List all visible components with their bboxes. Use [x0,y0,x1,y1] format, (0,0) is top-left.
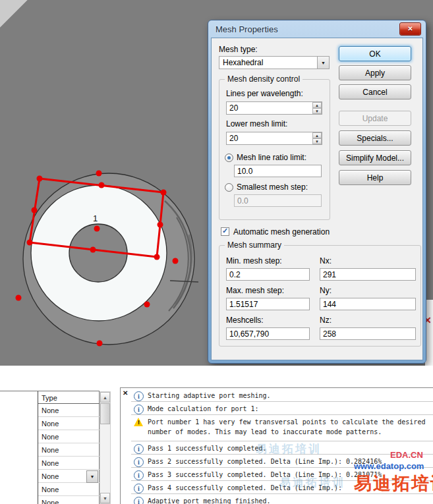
message-text: Port number 1 has very few transversal p… [148,417,425,437]
dialog-titlebar[interactable]: Mesh Properties ✕ [208,20,426,38]
message-text: Mode calculation for port 1: [148,404,259,414]
ny-label: Ny: [320,286,332,295]
meshcells-label: Meshcells: [226,316,264,325]
dropdown-glyph: ▼ [321,61,326,65]
smallest-mesh-step-radio[interactable] [225,183,233,192]
log-message: i Mode calculation for port 1: [131,402,433,415]
min-mesh-step-label: Min. mesh step: [226,256,282,266]
auto-mesh-checkbox[interactable]: ✓ [221,227,229,236]
scrollbar-thumb[interactable] [100,403,110,424]
min-mesh-step-value [226,268,310,281]
message-text: Pass 3 successfully completed. Delta (Li… [148,470,382,480]
message-text: Starting adaptive port meshing. [148,391,271,401]
simplify-model-button[interactable]: Simplify Model... [339,150,411,165]
cancel-button[interactable]: Cancel [339,84,411,99]
table-row-active[interactable]: None ▼ [38,470,100,483]
dialog-title: Mesh Properties [216,24,278,34]
log-message-warning: ! Port number 1 has very few transversal… [131,415,433,441]
dropdown-glyph: ▼ [90,474,95,479]
message-text: Pass 1 successfully completed. [148,443,267,453]
lines-per-wavelength-input[interactable] [226,101,322,115]
message-text: Adaptive port meshing finished. [148,496,271,504]
table-cell-value: None [42,472,59,480]
spin-down-icon: ▼ [315,140,319,144]
log-message: i Adaptive port meshing finished. [131,494,433,504]
info-icon: i [134,470,144,480]
spin-down-button[interactable]: ▼ [312,138,322,144]
lines-per-wavelength-label: Lines per wavelength: [226,89,303,98]
table-row[interactable]: None [38,430,100,443]
chevron-down-icon[interactable]: ▼ [86,470,98,483]
spin-up-button[interactable]: ▲ [312,132,322,138]
info-icon: i [134,497,144,504]
table-row[interactable]: None [38,404,100,417]
spinner-buttons: ▲ ▼ [312,102,322,114]
table-row[interactable]: None [38,457,100,470]
nx-label: Nx: [320,256,332,266]
eda-watermark: EDA.CN [390,450,423,460]
max-mesh-step-label: Max. mesh step: [226,286,284,295]
mesh-density-group-title: Mesh density control [225,74,303,84]
faint-watermark: 易迪拓培训 [279,475,345,490]
spin-up-icon: ▲ [315,103,319,107]
max-mesh-step-value [226,298,310,310]
parameter-table: Type None None None None None None ▼ Non… [0,391,100,504]
mesh-type-value: Hexahedral [223,58,263,67]
table-row[interactable]: None [38,443,100,457]
close-icon: ✕ [407,26,413,32]
table-scrollbar[interactable]: ▲ ▼ [100,391,111,504]
help-button[interactable]: Help [339,170,411,185]
mesh-properties-dialog: Mesh Properties ✕ Mesh type: Hexahedral … [208,20,426,364]
scroll-up-button[interactable]: ▲ [100,392,110,403]
spin-up-button[interactable]: ▲ [312,102,322,108]
faint-watermark: 易迪拓培训 [256,441,322,457]
close-icon[interactable]: ✕ [123,390,128,397]
smallest-mesh-step-label: Smallest mesh step: [237,182,308,192]
meshcells-value [226,327,310,340]
nx-value [320,268,416,281]
table-header-type[interactable]: Type [38,392,100,404]
info-icon: i [134,484,144,493]
dialog-close-button[interactable]: ✕ [399,22,421,36]
nz-value [320,327,416,340]
smallest-mesh-step-input [234,194,322,207]
table-row[interactable]: None [38,483,100,496]
specials-button[interactable]: Specials... [339,130,411,146]
ny-value [320,298,416,310]
dialog-body: Mesh type: Hexahedral ▼ Mesh density con… [211,38,423,360]
mesh-summary-group: Mesh summary Min. mesh step: Nx: Max. me… [219,245,421,347]
lower-mesh-limit-input[interactable] [226,132,322,145]
mesh-summary-group-title: Mesh summary [225,240,284,250]
chevron-down-icon[interactable]: ▼ [317,57,329,69]
scroll-down-icon: ▼ [103,496,107,501]
warning-icon: ! [134,418,144,427]
lower-mesh-limit-spinner: ▲ ▼ [226,132,322,145]
mesh-type-label: Mesh type: [219,45,258,54]
table-row[interactable]: None [38,496,100,504]
apply-button[interactable]: Apply [339,65,411,80]
lower-mesh-limit-label: Lower mesh limit: [226,119,287,128]
message-text: Pass 2 successfully completed. Delta (Li… [148,457,382,466]
mesh-density-group: Mesh density control Lines per wavelengt… [219,79,330,220]
app-window: 1 ✕ Mesh Properties ✕ Mesh type: Hexahed… [0,0,433,504]
mesh-type-select[interactable]: Hexahedral ▼ [219,56,330,69]
table-row[interactable]: None [38,417,100,430]
info-icon: i [134,405,144,414]
port-number-label: 1 [93,213,98,223]
log-message: i Starting adaptive port meshing. [131,389,433,402]
scroll-up-icon: ▲ [103,395,107,400]
brand-watermark: 易迪拓培训 [354,472,433,495]
ok-button[interactable]: OK [339,46,411,61]
scroll-down-button[interactable]: ▼ [100,493,110,503]
check-icon: ✓ [222,227,228,235]
spin-down-button[interactable]: ▼ [312,108,322,114]
mesh-line-ratio-input[interactable] [234,165,322,177]
update-button: Update [339,111,411,126]
mesh-line-ratio-radio[interactable] [225,154,233,162]
mesh-line-ratio-label: Mesh line ratio limit: [237,153,306,162]
info-icon: i [134,391,144,401]
site-watermark: www.edatop.com [354,461,424,471]
warning-glyph: ! [134,420,144,426]
spin-down-icon: ▼ [315,109,319,113]
spin-up-icon: ▲ [315,134,319,138]
